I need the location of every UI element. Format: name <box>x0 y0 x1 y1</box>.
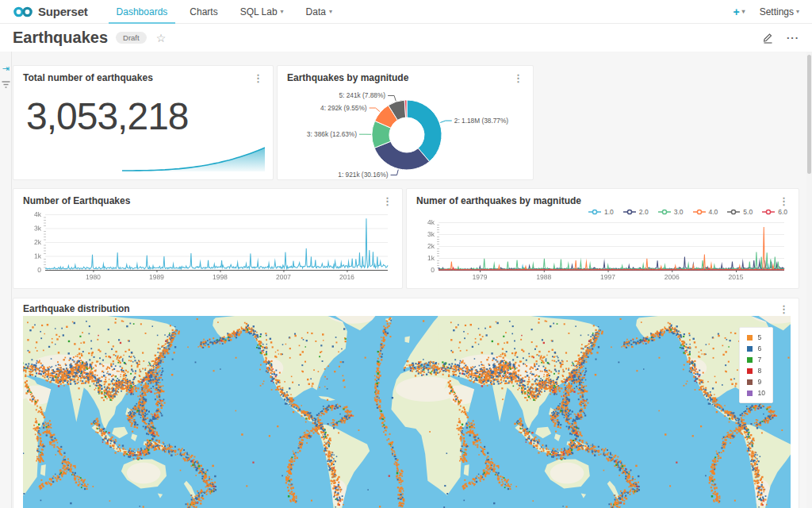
legend-marker-icon <box>762 209 775 215</box>
nav-tab-sql-lab[interactable]: SQL Lab▾ <box>229 0 295 24</box>
pie-label-line <box>391 170 399 175</box>
legend-swatch <box>747 368 753 374</box>
chart-kebab-menu-icon[interactable]: ⋮ <box>253 73 263 83</box>
legend-label: 3.0 <box>674 208 684 216</box>
pie-label-line <box>440 121 452 122</box>
pie-label: 1: 921k (30.16%) <box>338 171 388 179</box>
legend-label: 10 <box>758 389 765 397</box>
card-total-earthquakes: Total number of earthquakes ⋮ 3,053,218 <box>13 65 274 180</box>
world-scatter-map[interactable] <box>23 316 791 508</box>
legend-marker-icon <box>693 209 706 215</box>
trend-sparkline <box>122 144 265 173</box>
pie-label: 4: 292k (9.55%) <box>320 104 367 112</box>
legend-swatch <box>747 391 753 396</box>
map-legend: 5678910 <box>739 327 773 403</box>
legend-label: 2.0 <box>639 208 649 216</box>
pie-label-line <box>370 108 380 112</box>
legend-swatch <box>747 346 753 352</box>
legend-label: 4.0 <box>709 208 718 216</box>
scrollbar[interactable] <box>806 52 812 508</box>
legend-marker-icon <box>588 209 601 215</box>
map-legend-item-7: 7 <box>747 356 765 364</box>
nav-tab-charts[interactable]: Charts <box>178 0 228 24</box>
filter-rail: ⇥ <box>0 52 12 508</box>
chart-kebab-menu-icon[interactable]: ⋮ <box>779 304 789 314</box>
card-title: Numer of earthquakes by magnitude <box>416 195 581 206</box>
dashboard-menu-icon[interactable]: ··· <box>787 32 799 44</box>
nav-tab-data[interactable]: Data▾ <box>295 0 343 24</box>
infinity-logo-icon <box>13 6 33 17</box>
donut-chart[interactable]: 2: 1.18M (38.77%)1: 921k (30.16%)3: 386k… <box>282 87 528 180</box>
navbar: Superset DashboardsChartsSQL Lab▾Data▾ +… <box>0 0 812 24</box>
filter-icon[interactable] <box>2 81 10 88</box>
brand-name: Superset <box>38 5 88 18</box>
nav-tab-dashboards[interactable]: Dashboards <box>105 0 179 24</box>
legend-item-5.0[interactable]: 5.0 <box>727 208 753 216</box>
settings-label: Settings <box>760 6 794 17</box>
favorite-star-icon[interactable]: ☆ <box>156 32 167 44</box>
legend-marker-icon <box>623 209 636 215</box>
legend-item-3.0[interactable]: 3.0 <box>658 208 684 216</box>
legend-label: 9 <box>758 378 762 386</box>
caret-down-icon: ▾ <box>329 8 332 15</box>
card-title: Number of Earthquakes <box>23 195 130 206</box>
legend-label: 6 <box>758 344 762 352</box>
legend-item-4.0[interactable]: 4.0 <box>693 208 718 216</box>
chart-kebab-menu-icon[interactable]: ⋮ <box>513 73 523 83</box>
legend-swatch <box>747 335 753 341</box>
legend-item-1.0[interactable]: 1.0 <box>588 208 614 216</box>
map-legend-item-6: 6 <box>747 344 765 352</box>
big-number-value: 3,053,218 <box>13 87 273 138</box>
pie-label-line <box>388 95 396 101</box>
map-legend-item-8: 8 <box>747 367 765 375</box>
legend-label: 5.0 <box>743 208 753 216</box>
status-badge: Draft <box>116 32 147 44</box>
caret-down-icon: ▾ <box>281 8 284 15</box>
legend-marker-icon <box>727 209 740 215</box>
legend-swatch <box>747 357 753 363</box>
legend-label: 8 <box>758 367 762 375</box>
legend-label: 6.0 <box>778 208 787 216</box>
scrollbar-thumb[interactable] <box>807 55 811 174</box>
plus-icon: + <box>733 6 739 18</box>
pie-label: 5: 241k (7.88%) <box>339 91 386 99</box>
card-earthquakes-by-magnitude-ts: Numer of earthquakes by magnitude ⋮ 1.02… <box>406 188 799 289</box>
chart-legend: 1.02.03.04.05.06.0 <box>407 206 799 217</box>
expand-filter-panel-icon[interactable]: ⇥ <box>2 64 9 73</box>
card-number-of-earthquakes: Number of Earthquakes ⋮ <box>13 188 403 289</box>
card-title: Earthquake distribution <box>23 303 130 314</box>
pie-label: 3: 386k (12.63%) <box>307 130 357 138</box>
map-legend-item-10: 10 <box>747 389 765 397</box>
caret-down-icon: ▾ <box>742 8 745 15</box>
edit-pencil-icon[interactable] <box>762 32 774 44</box>
legend-marker-icon <box>658 209 671 215</box>
pie-label: 2: 1.18M (38.77%) <box>454 117 508 125</box>
map-legend-item-5: 5 <box>747 333 765 341</box>
chart-kebab-menu-icon[interactable]: ⋮ <box>382 196 393 206</box>
card-earthquake-distribution: Earthquake distribution ⋮ 5678910 <box>13 298 799 508</box>
card-title: Total number of earthquakes <box>23 72 153 83</box>
legend-label: 7 <box>758 356 762 364</box>
line-chart-earthquakes[interactable] <box>21 210 394 283</box>
dashboard-grid: ⇥ Total number of earthquakes ⋮ 3,053,21… <box>0 52 812 508</box>
dashboard-header: Earthquakes Draft ☆ ··· <box>0 24 812 52</box>
card-title: Earthquakes by magnitude <box>287 72 408 83</box>
settings-menu[interactable]: Settings▾ <box>760 6 799 17</box>
legend-swatch <box>747 379 753 385</box>
line-chart-by-magnitude[interactable] <box>415 217 791 283</box>
legend-item-6.0[interactable]: 6.0 <box>762 208 787 216</box>
legend-label: 5 <box>758 333 762 341</box>
map-legend-item-9: 9 <box>747 378 765 386</box>
legend-item-2.0[interactable]: 2.0 <box>623 208 649 216</box>
new-button[interactable]: +▾ <box>733 6 745 18</box>
chart-kebab-menu-icon[interactable]: ⋮ <box>779 196 789 206</box>
card-earthquakes-by-magnitude: Earthquakes by magnitude ⋮ 2: 1.18M (38.… <box>277 65 534 180</box>
caret-down-icon: ▾ <box>796 8 799 15</box>
superset-logo[interactable]: Superset <box>13 5 88 18</box>
nav-tabs: DashboardsChartsSQL Lab▾Data▾ <box>105 0 343 24</box>
legend-label: 1.0 <box>604 208 614 216</box>
page-title: Earthquakes <box>13 29 108 47</box>
